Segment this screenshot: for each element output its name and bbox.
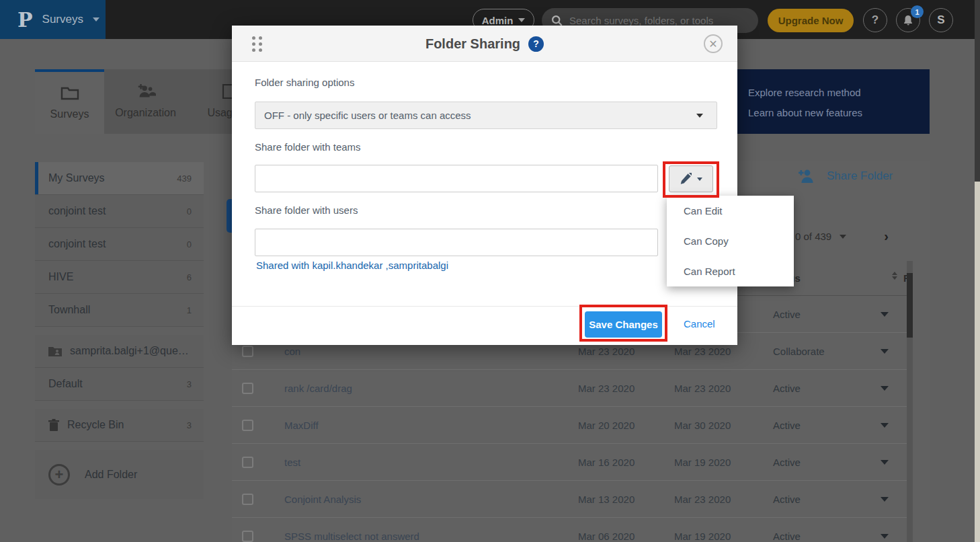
add-folder-button[interactable]: + Add Folder: [35, 450, 204, 499]
help-icon[interactable]: ?: [528, 36, 544, 52]
menu-item-can-copy[interactable]: Can Copy: [667, 226, 794, 256]
share-folder-button[interactable]: Share Folder: [799, 169, 893, 183]
chevron-down-icon: [840, 235, 846, 239]
modified-date: Mar 30 2020: [674, 420, 731, 431]
folder-count: 0: [187, 239, 192, 249]
question-mark-icon: ?: [872, 13, 879, 27]
chevron-down-icon[interactable]: [881, 349, 889, 354]
save-changes-button[interactable]: Save Changes: [585, 311, 662, 338]
trash-icon: [48, 419, 59, 431]
sidebar-item-conjoint-test-1[interactable]: conjoint test 0: [35, 195, 204, 228]
scrollbar-thumb[interactable]: [907, 273, 913, 338]
table-row[interactable]: test Mar 16 2020 Mar 19 2020 Active: [232, 444, 907, 481]
search-input[interactable]: [569, 15, 744, 26]
share-folder-label: Share Folder: [827, 169, 893, 183]
sidebar-item-conjoint-test-2[interactable]: conjoint test 0: [35, 228, 204, 261]
pagination-text: 0 of 439: [795, 231, 831, 242]
status-value[interactable]: Active: [773, 420, 801, 431]
scrollbar-thumb[interactable]: [975, 0, 980, 182]
folder-label: My Surveys: [48, 172, 105, 184]
row-checkbox[interactable]: [242, 420, 253, 431]
chevron-down-icon[interactable]: [881, 460, 889, 465]
permissions-button[interactable]: [669, 165, 713, 192]
sidebar-item-default[interactable]: Default 3: [35, 368, 204, 401]
status-value[interactable]: Active: [773, 309, 801, 320]
sidebar-divider: [35, 442, 204, 450]
next-page-icon[interactable]: ›: [884, 229, 889, 244]
folder-label: HIVE: [48, 271, 73, 283]
modified-date: Mar 19 2020: [674, 457, 731, 468]
row-checkbox[interactable]: [242, 346, 253, 357]
sidebar-item-recycle-bin[interactable]: Recycle Bin 3: [35, 409, 204, 442]
folder-count: 3: [187, 379, 192, 389]
banner-link-research[interactable]: Explore research method: [748, 87, 930, 98]
status-value[interactable]: Collaborate: [773, 346, 825, 357]
sidebar-divider: [35, 327, 204, 335]
admin-label: Admin: [482, 15, 514, 26]
chevron-down-icon[interactable]: [881, 534, 889, 539]
status-value[interactable]: Active: [773, 383, 801, 394]
sidebar-item-shared-account[interactable]: samprita.balgi+1@que…: [35, 335, 204, 368]
menu-item-can-edit[interactable]: Can Edit: [667, 196, 794, 226]
survey-name[interactable]: rank /card/drag: [284, 383, 352, 394]
modified-date: Mar 23 2020: [674, 494, 731, 505]
share-teams-input[interactable]: [255, 165, 658, 192]
status-value[interactable]: Active: [773, 494, 801, 505]
sidebar-item-townhall[interactable]: Townhall 1: [35, 294, 204, 327]
sharing-options-select[interactable]: OFF - only specific users or teams can a…: [255, 102, 717, 129]
modified-date: Mar 23 2020: [674, 383, 731, 394]
person-plus-icon: [799, 169, 816, 183]
avatar-initial: S: [937, 13, 944, 27]
survey-name[interactable]: Conjoint Analysis: [284, 494, 361, 505]
table-row[interactable]: SPSS multiselect not answerd Mar 06 2020…: [232, 518, 907, 542]
table-row[interactable]: Conjoint Analysis Mar 13 2020 Mar 23 202…: [232, 481, 907, 518]
people-plus-icon: [136, 84, 156, 99]
share-users-input[interactable]: [255, 229, 658, 256]
survey-name[interactable]: con: [284, 346, 300, 357]
window-scrollbar[interactable]: [975, 0, 980, 542]
folder-label: conjoint test: [48, 205, 106, 217]
row-checkbox[interactable]: [242, 457, 253, 468]
tab-organization[interactable]: Organization: [104, 69, 187, 134]
cancel-link[interactable]: Cancel: [684, 318, 715, 330]
help-button[interactable]: ?: [863, 8, 887, 32]
row-checkbox[interactable]: [242, 531, 253, 542]
row-checkbox[interactable]: [242, 383, 253, 394]
folder-label: Recycle Bin: [67, 419, 124, 431]
survey-name[interactable]: SPSS multiselect not answerd: [284, 531, 419, 542]
pagination-control[interactable]: 0 of 439 ›: [795, 229, 889, 244]
sidebar-item-my-surveys[interactable]: My Surveys 439: [35, 162, 204, 195]
table-row[interactable]: rank /card/drag Mar 23 2020 Mar 23 2020 …: [232, 370, 907, 407]
menu-item-can-report[interactable]: Can Report: [667, 256, 794, 286]
banner-link-features[interactable]: Learn about new features: [748, 107, 930, 118]
modified-date: Mar 19 2020: [674, 531, 731, 542]
folder-sharing-modal: Folder Sharing ? ✕ Folder sharing option…: [232, 26, 737, 345]
survey-name[interactable]: test: [284, 457, 300, 468]
folder-label: Default: [48, 378, 83, 390]
folder-label: conjoint test: [48, 238, 106, 250]
close-icon[interactable]: ✕: [704, 34, 723, 53]
chevron-down-icon[interactable]: [881, 423, 889, 428]
sort-icon[interactable]: [892, 272, 897, 280]
tab-surveys[interactable]: Surveys: [35, 69, 104, 134]
table-scrollbar[interactable]: [907, 261, 913, 542]
chevron-down-icon[interactable]: [881, 497, 889, 502]
modal-footer: Save Changes Cancel: [232, 306, 737, 345]
chevron-down-icon[interactable]: [881, 386, 889, 391]
created-date: Mar 23 2020: [578, 346, 635, 357]
notifications-button[interactable]: 1: [896, 8, 920, 32]
sidebar-item-hive[interactable]: HIVE 6: [35, 261, 204, 294]
survey-name[interactable]: MaxDiff: [284, 420, 319, 431]
status-value[interactable]: Active: [773, 531, 801, 542]
search-icon: [551, 15, 563, 26]
modified-date: Mar 23 2020: [674, 346, 731, 357]
close-glyph: ✕: [708, 38, 717, 50]
table-row[interactable]: MaxDiff Mar 20 2020 Mar 30 2020 Active: [232, 407, 907, 444]
chevron-down-icon[interactable]: [881, 312, 889, 317]
user-avatar[interactable]: S: [929, 8, 953, 32]
upgrade-now-button[interactable]: Upgrade Now: [768, 9, 854, 32]
pencil-icon: [680, 173, 692, 186]
product-switcher[interactable]: P Surveys: [0, 0, 106, 39]
row-checkbox[interactable]: [242, 494, 253, 505]
status-value[interactable]: Active: [773, 457, 801, 468]
